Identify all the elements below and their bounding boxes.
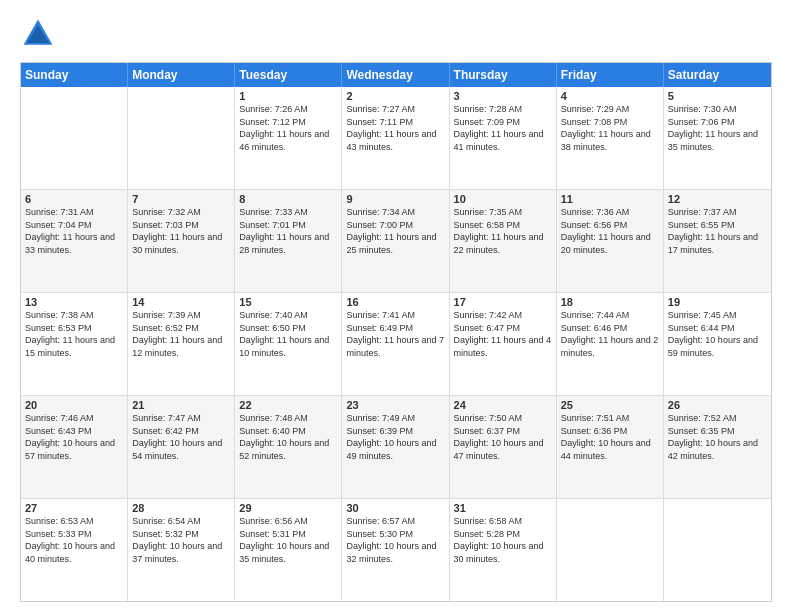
day-info: Sunrise: 7:38 AM Sunset: 6:53 PM Dayligh…: [25, 309, 123, 359]
day-number: 11: [561, 193, 659, 205]
day-number: 18: [561, 296, 659, 308]
empty-cell: [557, 499, 664, 601]
day-cell-22: 22Sunrise: 7:48 AM Sunset: 6:40 PM Dayli…: [235, 396, 342, 498]
day-info: Sunrise: 7:41 AM Sunset: 6:49 PM Dayligh…: [346, 309, 444, 359]
day-cell-28: 28Sunrise: 6:54 AM Sunset: 5:32 PM Dayli…: [128, 499, 235, 601]
day-cell-12: 12Sunrise: 7:37 AM Sunset: 6:55 PM Dayli…: [664, 190, 771, 292]
day-info: Sunrise: 7:50 AM Sunset: 6:37 PM Dayligh…: [454, 412, 552, 462]
day-info: Sunrise: 6:57 AM Sunset: 5:30 PM Dayligh…: [346, 515, 444, 565]
day-cell-25: 25Sunrise: 7:51 AM Sunset: 6:36 PM Dayli…: [557, 396, 664, 498]
day-cell-7: 7Sunrise: 7:32 AM Sunset: 7:03 PM Daylig…: [128, 190, 235, 292]
day-info: Sunrise: 6:53 AM Sunset: 5:33 PM Dayligh…: [25, 515, 123, 565]
day-number: 16: [346, 296, 444, 308]
day-number: 12: [668, 193, 767, 205]
day-number: 17: [454, 296, 552, 308]
empty-cell: [128, 87, 235, 189]
day-number: 9: [346, 193, 444, 205]
day-info: Sunrise: 7:29 AM Sunset: 7:08 PM Dayligh…: [561, 103, 659, 153]
day-cell-15: 15Sunrise: 7:40 AM Sunset: 6:50 PM Dayli…: [235, 293, 342, 395]
day-cell-14: 14Sunrise: 7:39 AM Sunset: 6:52 PM Dayli…: [128, 293, 235, 395]
day-info: Sunrise: 7:52 AM Sunset: 6:35 PM Dayligh…: [668, 412, 767, 462]
day-number: 27: [25, 502, 123, 514]
day-info: Sunrise: 7:46 AM Sunset: 6:43 PM Dayligh…: [25, 412, 123, 462]
empty-cell: [664, 499, 771, 601]
day-cell-26: 26Sunrise: 7:52 AM Sunset: 6:35 PM Dayli…: [664, 396, 771, 498]
day-cell-6: 6Sunrise: 7:31 AM Sunset: 7:04 PM Daylig…: [21, 190, 128, 292]
day-info: Sunrise: 7:44 AM Sunset: 6:46 PM Dayligh…: [561, 309, 659, 359]
day-cell-3: 3Sunrise: 7:28 AM Sunset: 7:09 PM Daylig…: [450, 87, 557, 189]
day-cell-11: 11Sunrise: 7:36 AM Sunset: 6:56 PM Dayli…: [557, 190, 664, 292]
day-number: 4: [561, 90, 659, 102]
page: SundayMondayTuesdayWednesdayThursdayFrid…: [0, 0, 792, 612]
day-number: 21: [132, 399, 230, 411]
day-info: Sunrise: 6:56 AM Sunset: 5:31 PM Dayligh…: [239, 515, 337, 565]
header-cell-saturday: Saturday: [664, 63, 771, 87]
calendar-row-1: 6Sunrise: 7:31 AM Sunset: 7:04 PM Daylig…: [21, 189, 771, 292]
day-number: 2: [346, 90, 444, 102]
day-cell-4: 4Sunrise: 7:29 AM Sunset: 7:08 PM Daylig…: [557, 87, 664, 189]
day-number: 31: [454, 502, 552, 514]
day-number: 7: [132, 193, 230, 205]
day-number: 20: [25, 399, 123, 411]
day-number: 23: [346, 399, 444, 411]
day-cell-21: 21Sunrise: 7:47 AM Sunset: 6:42 PM Dayli…: [128, 396, 235, 498]
calendar: SundayMondayTuesdayWednesdayThursdayFrid…: [20, 62, 772, 602]
day-number: 6: [25, 193, 123, 205]
day-number: 3: [454, 90, 552, 102]
header-cell-sunday: Sunday: [21, 63, 128, 87]
day-cell-5: 5Sunrise: 7:30 AM Sunset: 7:06 PM Daylig…: [664, 87, 771, 189]
calendar-body: 1Sunrise: 7:26 AM Sunset: 7:12 PM Daylig…: [21, 87, 771, 601]
day-info: Sunrise: 7:34 AM Sunset: 7:00 PM Dayligh…: [346, 206, 444, 256]
day-cell-20: 20Sunrise: 7:46 AM Sunset: 6:43 PM Dayli…: [21, 396, 128, 498]
day-info: Sunrise: 7:35 AM Sunset: 6:58 PM Dayligh…: [454, 206, 552, 256]
day-info: Sunrise: 7:31 AM Sunset: 7:04 PM Dayligh…: [25, 206, 123, 256]
header: [20, 16, 772, 52]
logo-icon: [20, 16, 56, 52]
day-cell-30: 30Sunrise: 6:57 AM Sunset: 5:30 PM Dayli…: [342, 499, 449, 601]
day-info: Sunrise: 6:58 AM Sunset: 5:28 PM Dayligh…: [454, 515, 552, 565]
day-info: Sunrise: 7:32 AM Sunset: 7:03 PM Dayligh…: [132, 206, 230, 256]
header-cell-thursday: Thursday: [450, 63, 557, 87]
day-info: Sunrise: 7:51 AM Sunset: 6:36 PM Dayligh…: [561, 412, 659, 462]
calendar-header: SundayMondayTuesdayWednesdayThursdayFrid…: [21, 63, 771, 87]
calendar-row-3: 20Sunrise: 7:46 AM Sunset: 6:43 PM Dayli…: [21, 395, 771, 498]
header-cell-friday: Friday: [557, 63, 664, 87]
day-info: Sunrise: 7:40 AM Sunset: 6:50 PM Dayligh…: [239, 309, 337, 359]
day-info: Sunrise: 7:42 AM Sunset: 6:47 PM Dayligh…: [454, 309, 552, 359]
day-cell-19: 19Sunrise: 7:45 AM Sunset: 6:44 PM Dayli…: [664, 293, 771, 395]
day-number: 8: [239, 193, 337, 205]
day-cell-23: 23Sunrise: 7:49 AM Sunset: 6:39 PM Dayli…: [342, 396, 449, 498]
day-cell-8: 8Sunrise: 7:33 AM Sunset: 7:01 PM Daylig…: [235, 190, 342, 292]
day-number: 24: [454, 399, 552, 411]
day-cell-27: 27Sunrise: 6:53 AM Sunset: 5:33 PM Dayli…: [21, 499, 128, 601]
day-info: Sunrise: 6:54 AM Sunset: 5:32 PM Dayligh…: [132, 515, 230, 565]
day-cell-18: 18Sunrise: 7:44 AM Sunset: 6:46 PM Dayli…: [557, 293, 664, 395]
day-info: Sunrise: 7:27 AM Sunset: 7:11 PM Dayligh…: [346, 103, 444, 153]
day-cell-13: 13Sunrise: 7:38 AM Sunset: 6:53 PM Dayli…: [21, 293, 128, 395]
header-cell-tuesday: Tuesday: [235, 63, 342, 87]
day-number: 28: [132, 502, 230, 514]
day-cell-10: 10Sunrise: 7:35 AM Sunset: 6:58 PM Dayli…: [450, 190, 557, 292]
header-cell-wednesday: Wednesday: [342, 63, 449, 87]
day-info: Sunrise: 7:26 AM Sunset: 7:12 PM Dayligh…: [239, 103, 337, 153]
day-number: 15: [239, 296, 337, 308]
day-number: 30: [346, 502, 444, 514]
day-number: 10: [454, 193, 552, 205]
day-cell-29: 29Sunrise: 6:56 AM Sunset: 5:31 PM Dayli…: [235, 499, 342, 601]
day-number: 22: [239, 399, 337, 411]
day-cell-1: 1Sunrise: 7:26 AM Sunset: 7:12 PM Daylig…: [235, 87, 342, 189]
calendar-row-4: 27Sunrise: 6:53 AM Sunset: 5:33 PM Dayli…: [21, 498, 771, 601]
day-info: Sunrise: 7:28 AM Sunset: 7:09 PM Dayligh…: [454, 103, 552, 153]
day-number: 25: [561, 399, 659, 411]
day-number: 26: [668, 399, 767, 411]
day-cell-24: 24Sunrise: 7:50 AM Sunset: 6:37 PM Dayli…: [450, 396, 557, 498]
day-number: 13: [25, 296, 123, 308]
day-cell-16: 16Sunrise: 7:41 AM Sunset: 6:49 PM Dayli…: [342, 293, 449, 395]
day-number: 5: [668, 90, 767, 102]
day-number: 1: [239, 90, 337, 102]
day-info: Sunrise: 7:30 AM Sunset: 7:06 PM Dayligh…: [668, 103, 767, 153]
day-number: 14: [132, 296, 230, 308]
empty-cell: [21, 87, 128, 189]
day-info: Sunrise: 7:49 AM Sunset: 6:39 PM Dayligh…: [346, 412, 444, 462]
day-number: 19: [668, 296, 767, 308]
